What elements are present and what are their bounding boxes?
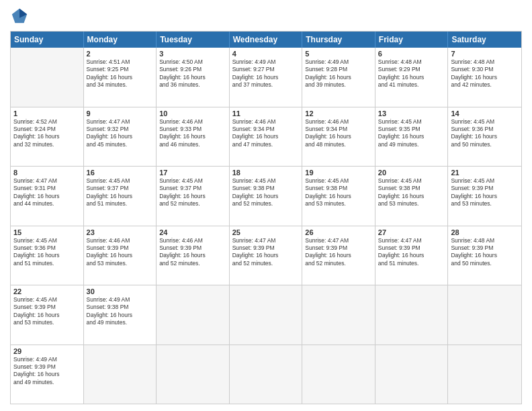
calendar-cell: 30Sunrise: 4:49 AM Sunset: 9:38 PM Dayli… bbox=[84, 285, 157, 345]
calendar-cell: 22Sunrise: 4:45 AM Sunset: 9:39 PM Dayli… bbox=[11, 285, 84, 345]
day-number: 7 bbox=[451, 50, 519, 58]
day-info: Sunrise: 4:46 AM Sunset: 9:33 PM Dayligh… bbox=[159, 118, 226, 149]
calendar-cell: 10Sunrise: 4:46 AM Sunset: 9:33 PM Dayli… bbox=[157, 107, 230, 167]
day-number: 4 bbox=[232, 50, 300, 58]
day-number: 26 bbox=[305, 228, 372, 236]
day-number: 13 bbox=[378, 109, 445, 118]
calendar-cell: 14Sunrise: 4:45 AM Sunset: 9:36 PM Dayli… bbox=[448, 107, 521, 167]
calendar-cell: 15Sunrise: 4:45 AM Sunset: 9:36 PM Dayli… bbox=[11, 226, 84, 285]
day-info: Sunrise: 4:45 AM Sunset: 9:39 PM Dayligh… bbox=[13, 296, 81, 327]
day-info: Sunrise: 4:45 AM Sunset: 9:36 PM Dayligh… bbox=[451, 118, 519, 149]
calendar-cell bbox=[448, 345, 521, 404]
calendar-cell: 1Sunrise: 4:52 AM Sunset: 9:24 PM Daylig… bbox=[11, 107, 84, 167]
calendar-cell bbox=[302, 345, 375, 404]
day-info: Sunrise: 4:46 AM Sunset: 9:39 PM Dayligh… bbox=[87, 237, 154, 268]
day-info: Sunrise: 4:45 AM Sunset: 9:37 PM Dayligh… bbox=[87, 177, 154, 208]
day-info: Sunrise: 4:52 AM Sunset: 9:24 PM Dayligh… bbox=[13, 118, 81, 149]
day-number: 24 bbox=[159, 228, 226, 236]
day-info: Sunrise: 4:45 AM Sunset: 9:35 PM Dayligh… bbox=[378, 118, 445, 149]
day-number: 8 bbox=[13, 169, 81, 177]
calendar-cell: 20Sunrise: 4:45 AM Sunset: 9:38 PM Dayli… bbox=[375, 167, 449, 226]
day-number: 29 bbox=[13, 347, 81, 355]
calendar-cell bbox=[230, 285, 303, 345]
calendar-row-2: 8Sunrise: 4:47 AM Sunset: 9:31 PM Daylig… bbox=[11, 166, 521, 226]
calendar-cell: 8Sunrise: 4:47 AM Sunset: 9:31 PM Daylig… bbox=[11, 167, 84, 226]
calendar-row-5: 29Sunrise: 4:49 AM Sunset: 9:39 PM Dayli… bbox=[11, 345, 521, 404]
calendar: SundayMondayTuesdayWednesdayThursdayFrid… bbox=[10, 31, 522, 404]
calendar-cell: 17Sunrise: 4:45 AM Sunset: 9:37 PM Dayli… bbox=[157, 167, 230, 226]
header-day-monday: Monday bbox=[84, 32, 157, 48]
calendar-cell: 6Sunrise: 4:48 AM Sunset: 9:29 PM Daylig… bbox=[375, 48, 449, 107]
day-info: Sunrise: 4:45 AM Sunset: 9:39 PM Dayligh… bbox=[451, 177, 519, 208]
calendar-cell: 29Sunrise: 4:49 AM Sunset: 9:39 PM Dayli… bbox=[11, 345, 84, 404]
calendar-cell bbox=[84, 345, 157, 404]
logo bbox=[10, 7, 30, 26]
day-info: Sunrise: 4:48 AM Sunset: 9:29 PM Dayligh… bbox=[378, 58, 445, 89]
day-info: Sunrise: 4:49 AM Sunset: 9:38 PM Dayligh… bbox=[87, 296, 154, 327]
day-info: Sunrise: 4:47 AM Sunset: 9:32 PM Dayligh… bbox=[87, 118, 154, 149]
day-number: 12 bbox=[305, 109, 372, 118]
day-number: 6 bbox=[378, 50, 445, 58]
calendar-cell bbox=[157, 345, 230, 404]
calendar-cell: 16Sunrise: 4:45 AM Sunset: 9:37 PM Dayli… bbox=[84, 167, 157, 226]
calendar-cell bbox=[302, 285, 375, 345]
day-number: 19 bbox=[305, 169, 372, 177]
calendar-cell: 28Sunrise: 4:48 AM Sunset: 9:39 PM Dayli… bbox=[448, 226, 521, 285]
calendar-row-0: 2Sunrise: 4:51 AM Sunset: 9:25 PM Daylig… bbox=[11, 48, 521, 107]
calendar-cell: 18Sunrise: 4:45 AM Sunset: 9:38 PM Dayli… bbox=[230, 167, 303, 226]
day-info: Sunrise: 4:48 AM Sunset: 9:30 PM Dayligh… bbox=[451, 58, 519, 89]
day-info: Sunrise: 4:46 AM Sunset: 9:34 PM Dayligh… bbox=[232, 118, 300, 149]
page: SundayMondayTuesdayWednesdayThursdayFrid… bbox=[0, 0, 532, 411]
day-info: Sunrise: 4:45 AM Sunset: 9:38 PM Dayligh… bbox=[232, 177, 300, 208]
day-number: 18 bbox=[232, 169, 300, 177]
calendar-body: 2Sunrise: 4:51 AM Sunset: 9:25 PM Daylig… bbox=[11, 48, 521, 404]
calendar-row-4: 22Sunrise: 4:45 AM Sunset: 9:39 PM Dayli… bbox=[11, 285, 521, 345]
calendar-cell: 25Sunrise: 4:47 AM Sunset: 9:39 PM Dayli… bbox=[230, 226, 303, 285]
day-number: 16 bbox=[87, 169, 154, 177]
header-day-friday: Friday bbox=[375, 32, 449, 48]
day-info: Sunrise: 4:48 AM Sunset: 9:39 PM Dayligh… bbox=[451, 237, 519, 268]
day-info: Sunrise: 4:45 AM Sunset: 9:37 PM Dayligh… bbox=[159, 177, 226, 208]
day-number: 23 bbox=[87, 228, 154, 236]
calendar-cell bbox=[11, 48, 84, 107]
calendar-cell: 21Sunrise: 4:45 AM Sunset: 9:39 PM Dayli… bbox=[448, 167, 521, 226]
header-day-wednesday: Wednesday bbox=[230, 32, 303, 48]
calendar-header: SundayMondayTuesdayWednesdayThursdayFrid… bbox=[11, 32, 521, 48]
day-number: 10 bbox=[159, 109, 226, 118]
day-info: Sunrise: 4:45 AM Sunset: 9:38 PM Dayligh… bbox=[305, 177, 372, 208]
calendar-cell: 26Sunrise: 4:47 AM Sunset: 9:39 PM Dayli… bbox=[302, 226, 375, 285]
calendar-cell: 2Sunrise: 4:51 AM Sunset: 9:25 PM Daylig… bbox=[84, 48, 157, 107]
day-number: 15 bbox=[13, 228, 81, 236]
calendar-cell: 12Sunrise: 4:46 AM Sunset: 9:34 PM Dayli… bbox=[302, 107, 375, 167]
day-info: Sunrise: 4:49 AM Sunset: 9:28 PM Dayligh… bbox=[305, 58, 372, 89]
day-info: Sunrise: 4:49 AM Sunset: 9:39 PM Dayligh… bbox=[13, 356, 81, 387]
calendar-cell: 7Sunrise: 4:48 AM Sunset: 9:30 PM Daylig… bbox=[448, 48, 521, 107]
calendar-cell bbox=[230, 345, 303, 404]
day-number: 14 bbox=[451, 109, 519, 118]
calendar-cell: 27Sunrise: 4:47 AM Sunset: 9:39 PM Dayli… bbox=[375, 226, 449, 285]
calendar-row-3: 15Sunrise: 4:45 AM Sunset: 9:36 PM Dayli… bbox=[11, 226, 521, 285]
calendar-cell: 13Sunrise: 4:45 AM Sunset: 9:35 PM Dayli… bbox=[375, 107, 449, 167]
calendar-cell: 23Sunrise: 4:46 AM Sunset: 9:39 PM Dayli… bbox=[84, 226, 157, 285]
calendar-row-1: 1Sunrise: 4:52 AM Sunset: 9:24 PM Daylig… bbox=[11, 107, 521, 167]
day-number: 25 bbox=[232, 228, 300, 236]
calendar-cell bbox=[448, 285, 521, 345]
day-number: 2 bbox=[87, 50, 154, 58]
day-number: 21 bbox=[451, 169, 519, 177]
day-info: Sunrise: 4:47 AM Sunset: 9:31 PM Dayligh… bbox=[13, 177, 81, 208]
day-info: Sunrise: 4:47 AM Sunset: 9:39 PM Dayligh… bbox=[232, 237, 300, 268]
day-number: 28 bbox=[451, 228, 519, 236]
day-number: 22 bbox=[13, 287, 81, 295]
day-number: 20 bbox=[378, 169, 445, 177]
day-number: 11 bbox=[232, 109, 300, 118]
day-number: 30 bbox=[87, 287, 154, 295]
day-number: 27 bbox=[378, 228, 445, 236]
calendar-cell bbox=[375, 285, 449, 345]
calendar-cell: 5Sunrise: 4:49 AM Sunset: 9:28 PM Daylig… bbox=[302, 48, 375, 107]
header-day-saturday: Saturday bbox=[448, 32, 521, 48]
day-info: Sunrise: 4:45 AM Sunset: 9:38 PM Dayligh… bbox=[378, 177, 445, 208]
header-day-thursday: Thursday bbox=[302, 32, 375, 48]
day-info: Sunrise: 4:47 AM Sunset: 9:39 PM Dayligh… bbox=[305, 237, 372, 268]
calendar-cell bbox=[157, 285, 230, 345]
header-day-tuesday: Tuesday bbox=[157, 32, 230, 48]
